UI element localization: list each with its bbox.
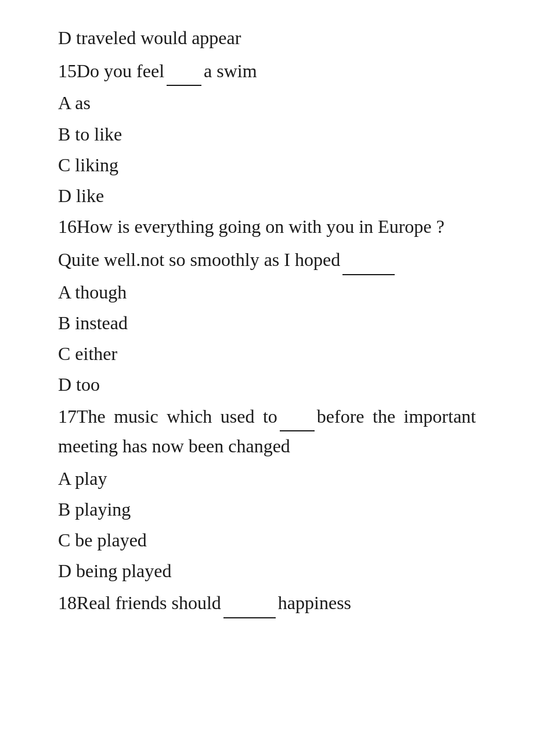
question-16: 16How is everything going on with you in… [58, 212, 476, 242]
question-15: 15Do you feel a swim [58, 55, 476, 86]
q16-response: Quite well.not so smoothly as I hoped [58, 244, 476, 275]
question-17: 17The music which used to before the imp… [58, 401, 476, 461]
q16-a-text: A though [58, 282, 127, 303]
q15-blank [167, 55, 201, 86]
q18-blank [223, 587, 276, 618]
q17-c-text: C be played [58, 530, 147, 550]
q15-end: a swim [204, 60, 257, 81]
q17-a-text: A play [58, 468, 107, 489]
q16-label: 16How is everything going on with you in… [58, 216, 445, 237]
q17-option-a: A play [58, 464, 476, 494]
q15-option-c: C liking [58, 150, 476, 180]
q17-label-start: 17The music which used to [58, 406, 277, 427]
q16-blank [342, 244, 395, 275]
q15-a-text: A as [58, 92, 91, 113]
q17-b-text: B playing [58, 499, 131, 520]
q16-b-text: B instead [58, 312, 128, 333]
q16-option-a: A though [58, 278, 476, 307]
q17-option-c: C be played [58, 525, 476, 555]
q16-option-c: C either [58, 339, 476, 369]
q15-label: 15Do you feel [58, 60, 164, 81]
question-18: 18Real friends should happiness [58, 587, 476, 618]
q17-option-b: B playing [58, 495, 476, 524]
q15-c-text: C liking [58, 154, 118, 175]
q18-end: happiness [278, 592, 351, 613]
q15-option-a: A as [58, 88, 476, 118]
line-d-traveled: D traveled would appear [58, 23, 476, 53]
q15-b-text: B to like [58, 124, 122, 145]
q17-option-d: D being played [58, 556, 476, 586]
content-area: D traveled would appear 15Do you feel a … [58, 23, 476, 618]
line-d-traveled-text: D traveled would appear [58, 27, 241, 48]
q15-option-b: B to like [58, 120, 476, 149]
q18-label: 18Real friends should [58, 592, 221, 613]
q15-option-d: D like [58, 181, 476, 211]
q17-d-text: D being played [58, 560, 172, 581]
q16-option-d: D too [58, 370, 476, 399]
q16-response-text: Quite well.not so smoothly as I hoped [58, 249, 340, 270]
q15-d-text: D like [58, 185, 104, 206]
q16-d-text: D too [58, 374, 100, 395]
q16-option-b: B instead [58, 308, 476, 338]
q17-blank [280, 401, 315, 431]
q16-c-text: C either [58, 343, 117, 364]
